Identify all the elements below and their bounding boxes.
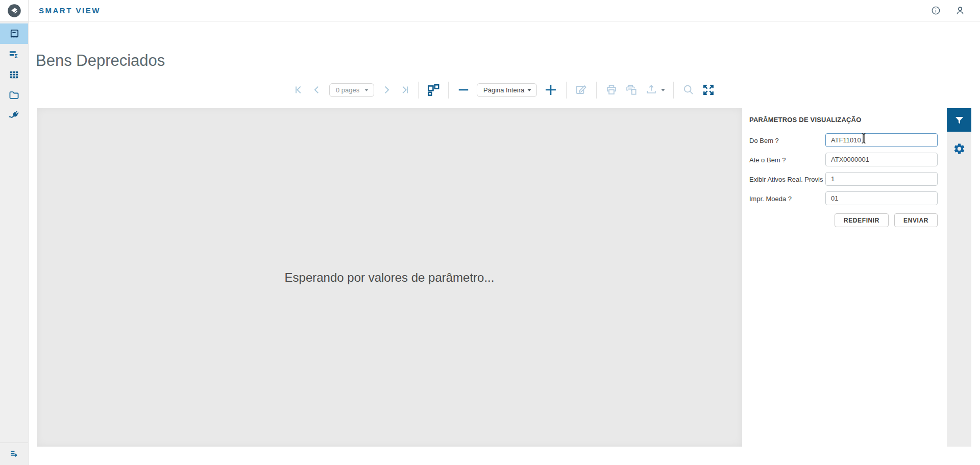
user-icon[interactable] — [954, 5, 966, 16]
first-page-button[interactable] — [293, 84, 305, 95]
fullscreen-button[interactable] — [702, 83, 715, 96]
sidebar-item-connections[interactable] — [0, 105, 28, 126]
zoom-level-dropdown[interactable]: Página Inteira — [477, 83, 537, 97]
sidebar-item-tables[interactable] — [0, 64, 28, 85]
plug-icon — [8, 109, 20, 121]
toolbar-separator — [566, 82, 567, 99]
filter-icon — [953, 114, 965, 126]
search-button[interactable] — [682, 83, 695, 96]
page-count-value: 0 pages — [336, 86, 359, 94]
report-viewer-area: Esperando por valores de parâmetro... — [37, 108, 742, 447]
toolbar-separator — [418, 82, 419, 99]
right-rail — [947, 108, 971, 447]
zoom-level-value: Página Inteira — [483, 86, 524, 94]
app-title: SMART VIEW — [39, 0, 101, 21]
page-title: Bens Depreciados — [36, 52, 165, 70]
parameters-panel-title: PARÂMETROS DE VISUALIZAÇÃO — [749, 116, 861, 124]
param-label: Impr. Moeda ? — [749, 195, 792, 203]
param-label: Ate o Bem ? — [749, 156, 786, 164]
param-row: Do Bem ? — [749, 133, 938, 147]
parameters-panel: PARÂMETROS DE VISUALIZAÇÃO Do Bem ? Ate … — [742, 108, 947, 447]
param-input-impr-moeda[interactable] — [825, 191, 938, 205]
expand-menu-button[interactable] — [0, 446, 28, 462]
param-input-exibir-ativos[interactable] — [825, 172, 938, 186]
zoom-in-button[interactable] — [544, 83, 558, 97]
filters-tab[interactable] — [947, 108, 971, 132]
toolbar-separator — [448, 82, 449, 99]
table-icon — [8, 69, 20, 81]
chevron-down-icon — [661, 89, 665, 91]
param-label: Do Bem ? — [749, 137, 779, 144]
redefinir-button[interactable]: REDEFINIR — [835, 213, 889, 227]
totvs-logo-icon — [7, 3, 22, 18]
zoom-out-button[interactable] — [457, 83, 470, 96]
param-row: Impr. Moeda ? — [749, 191, 938, 205]
viewer-toolbar: 0 pages Página Inteira — [29, 80, 980, 100]
last-page-button[interactable] — [399, 84, 410, 95]
chevron-down-icon — [527, 89, 531, 91]
toolbar-separator — [596, 82, 597, 99]
viewer-waiting-message: Esperando por valores de parâmetro... — [285, 271, 495, 285]
sidebar-divider — [0, 443, 28, 443]
app-logo — [0, 0, 29, 21]
toolbar-separator — [673, 82, 674, 99]
print-pages-button[interactable] — [625, 83, 638, 96]
next-page-button[interactable] — [381, 84, 392, 95]
enviar-button[interactable]: ENVIAR — [894, 213, 938, 227]
page-count-dropdown[interactable]: 0 pages — [329, 83, 374, 97]
multipage-view-button[interactable] — [427, 83, 440, 96]
expand-menu-icon — [9, 448, 20, 459]
sidebar-item-folders[interactable] — [0, 85, 28, 105]
param-label: Exibir Ativos Real. Provis ? — [749, 176, 828, 183]
report-sigma-icon: Σ — [8, 48, 20, 60]
left-sidebar: Σ — [0, 21, 29, 465]
gear-icon — [953, 142, 966, 155]
previous-page-button[interactable] — [311, 84, 323, 95]
param-input-do-bem[interactable] — [825, 133, 938, 147]
export-button[interactable] — [645, 83, 665, 96]
print-button[interactable] — [605, 83, 618, 96]
report-receipt-icon — [8, 28, 20, 40]
param-row: Exibir Ativos Real. Provis ? — [749, 172, 938, 186]
param-input-ate-o-bem[interactable] — [825, 153, 938, 166]
sidebar-item-totals[interactable]: Σ — [0, 44, 28, 64]
folder-icon — [8, 89, 20, 101]
sidebar-item-reports[interactable] — [0, 23, 28, 44]
settings-tab[interactable] — [947, 137, 971, 160]
param-row: Ate o Bem ? — [749, 153, 938, 166]
info-icon[interactable] — [930, 5, 941, 16]
edit-button[interactable] — [575, 83, 588, 96]
top-bar: SMART VIEW — [0, 0, 980, 21]
svg-text:Σ: Σ — [14, 53, 18, 59]
chevron-down-icon — [364, 89, 369, 91]
